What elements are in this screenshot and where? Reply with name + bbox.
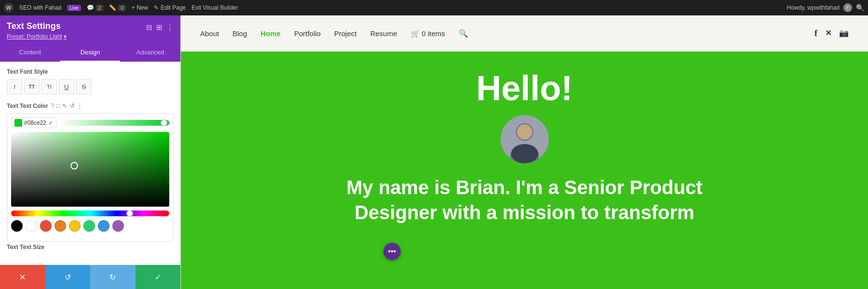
- color-label: Text Text Color: [7, 103, 48, 109]
- italic-button[interactable]: I: [7, 79, 22, 94]
- hex-row: #08ce22 ✓: [11, 118, 169, 128]
- bubble-dots-icon: •••: [388, 247, 396, 256]
- panel-tabs: Content Design Advanced: [0, 44, 180, 62]
- text-size-label: Text Text Size: [7, 244, 174, 250]
- panel-title: Text Settings: [7, 21, 67, 31]
- twitter-x-icon[interactable]: ✕: [825, 28, 831, 39]
- opacity-slider[interactable]: [59, 120, 169, 126]
- expand-button[interactable]: ⊞: [156, 23, 163, 32]
- gradient-canvas[interactable]: [11, 132, 169, 207]
- main-layout: Text Settings Preset: Portfolio Light ▾ …: [0, 15, 868, 289]
- live-badge[interactable]: Live: [67, 5, 81, 11]
- help-icon[interactable]: ?: [51, 102, 54, 109]
- hex-input-wrap[interactable]: #08ce22 ✓: [11, 118, 56, 128]
- hue-slider[interactable]: [11, 210, 169, 216]
- admin-bar: W SEO with Fahad Live 💬 2 ✏️ 0 + New ✎ E…: [0, 0, 868, 15]
- nav-resume[interactable]: Resume: [370, 29, 397, 38]
- comment-icon: 💬: [87, 4, 94, 11]
- facebook-icon[interactable]: f: [814, 28, 817, 39]
- admin-search-icon[interactable]: 🔍: [856, 4, 864, 12]
- comment-number: 2: [96, 5, 104, 11]
- swatch-yellow[interactable]: [69, 220, 81, 232]
- nav-cart[interactable]: 🛒 0 items: [411, 29, 445, 38]
- panel-content: Text Font Style I TT Tt U S Text Text Co…: [0, 62, 180, 265]
- save-button[interactable]: ✓: [136, 265, 181, 289]
- swatch-green[interactable]: [83, 220, 95, 232]
- reset-color-icon[interactable]: ↺: [69, 102, 75, 109]
- font-style-row: I TT Tt U S: [7, 79, 174, 94]
- hero-avatar: [501, 115, 549, 163]
- font-style-label: Text Font Style: [7, 68, 174, 75]
- svg-point-3: [517, 124, 532, 140]
- hex-confirm-icon[interactable]: ✓: [48, 119, 53, 126]
- instagram-icon[interactable]: 📷: [839, 28, 849, 39]
- edit-page-link[interactable]: ✎ Edit Page: [154, 4, 186, 11]
- floating-action-bubble[interactable]: •••: [383, 243, 401, 260]
- panel-header: Text Settings Preset: Portfolio Light ▾ …: [0, 15, 180, 44]
- edit-number: 0: [118, 5, 126, 11]
- cart-icon: 🛒: [411, 29, 420, 38]
- site-name-link[interactable]: SEO with Fahad: [19, 4, 61, 11]
- preset-label[interactable]: Preset: Portfolio Light: [7, 33, 62, 40]
- tab-advanced[interactable]: Advanced: [120, 44, 180, 62]
- social-icons: f ✕ 📷: [814, 28, 849, 39]
- reset-button[interactable]: ↺: [45, 265, 91, 289]
- exit-builder-link[interactable]: Exit Visual Builder: [191, 4, 238, 11]
- swatch-white[interactable]: [26, 220, 37, 232]
- swatch-orange[interactable]: [54, 220, 66, 232]
- hue-thumb[interactable]: [126, 210, 133, 217]
- tab-content[interactable]: Content: [0, 44, 60, 62]
- capitalize-button[interactable]: Tt: [41, 79, 57, 94]
- svg-point-4: [511, 144, 538, 163]
- nav-project[interactable]: Project: [334, 29, 357, 38]
- underline-button[interactable]: U: [59, 79, 74, 94]
- site-navigation: About Blog Home Portfolio Project Resume…: [181, 15, 868, 52]
- preset-chevron[interactable]: ▾: [64, 33, 67, 40]
- redo-button[interactable]: ↻: [90, 265, 136, 289]
- howdy-text: Howdy, wpwithfahad: [787, 4, 840, 11]
- avatar-image: [501, 115, 549, 163]
- color-picker[interactable]: #08ce22 ✓: [7, 113, 174, 242]
- settings-panel: Text Settings Preset: Portfolio Light ▾ …: [0, 15, 181, 289]
- comment-count[interactable]: 💬 2: [87, 4, 104, 11]
- wp-logo[interactable]: W: [4, 3, 14, 13]
- site-preview: About Blog Home Portfolio Project Resume…: [181, 15, 868, 289]
- more-color-icon[interactable]: ⋮: [77, 102, 83, 109]
- gradient-thumb[interactable]: [70, 162, 78, 170]
- admin-bar-right: Howdy, wpwithfahad F 🔍: [787, 3, 864, 12]
- panel-header-wrap: Text Settings Preset: Portfolio Light ▾ …: [0, 15, 180, 62]
- nav-portfolio[interactable]: Portfolio: [294, 29, 321, 38]
- uppercase-button[interactable]: TT: [24, 79, 40, 94]
- hex-value: #08ce22: [24, 119, 46, 126]
- swatch-purple[interactable]: [112, 220, 124, 232]
- pencil-icon: ✎: [154, 4, 159, 11]
- swatch-black[interactable]: [11, 220, 23, 232]
- hero-body-text: My name is Brian. I'm a Senior Product D…: [308, 175, 742, 225]
- new-button[interactable]: + New: [132, 4, 148, 11]
- opacity-thumb[interactable]: [161, 119, 167, 126]
- hero-section: Hello! My name is Brian. I'm a Senior Pr…: [181, 52, 868, 289]
- panel-preset: Preset: Portfolio Light ▾: [7, 33, 67, 40]
- device-icon[interactable]: □: [56, 102, 60, 109]
- edit-icon: ✏️: [109, 4, 116, 11]
- nav-home[interactable]: Home: [260, 29, 281, 38]
- site-name-text: SEO with Fahad: [19, 4, 61, 11]
- cancel-button[interactable]: ✕: [0, 265, 45, 289]
- swatch-blue[interactable]: [98, 220, 109, 232]
- more-options-icon[interactable]: ⋮: [166, 23, 174, 32]
- nav-about[interactable]: About: [200, 29, 219, 38]
- swatch-red[interactable]: [40, 220, 52, 232]
- nav-menu: About Blog Home Portfolio Project Resume…: [200, 29, 468, 38]
- hex-swatch: [14, 119, 22, 127]
- nav-blog[interactable]: Blog: [232, 29, 247, 38]
- avatar[interactable]: F: [843, 3, 852, 12]
- swatches-row: [11, 220, 169, 232]
- nav-search-icon[interactable]: 🔍: [459, 29, 468, 38]
- strikethrough-button[interactable]: S: [76, 79, 92, 94]
- cart-count: 0 items: [422, 29, 445, 38]
- pointer-icon[interactable]: ↖: [62, 102, 68, 109]
- edit-count[interactable]: ✏️ 0: [109, 4, 126, 11]
- hero-greeting: Hello!: [210, 71, 839, 105]
- tab-design[interactable]: Design: [60, 44, 121, 62]
- minimize-button[interactable]: ⊟: [146, 23, 152, 32]
